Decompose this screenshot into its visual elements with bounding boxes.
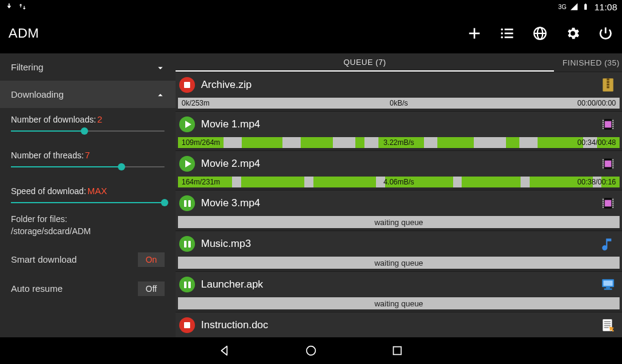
chevron-up-icon bbox=[155, 90, 165, 99]
tab-finished[interactable]: FINISHED (35) bbox=[554, 53, 622, 72]
waiting-queue-label: waiting queue bbox=[178, 216, 620, 228]
svg-rect-60 bbox=[603, 281, 612, 286]
tab-queue[interactable]: QUEUE (7) bbox=[176, 53, 554, 72]
svg-point-56 bbox=[612, 203, 613, 204]
pause-button[interactable] bbox=[179, 236, 195, 252]
svg-rect-3 bbox=[505, 29, 513, 30]
list-view-button[interactable] bbox=[499, 25, 515, 41]
svg-rect-34 bbox=[605, 161, 612, 167]
svg-point-30 bbox=[612, 128, 613, 129]
download-row: Movie 2.mp4 164m/231m 4.06mB/s 00:38/00:… bbox=[176, 150, 622, 187]
download-row-head[interactable]: Instruction.doc bbox=[176, 312, 622, 337]
add-download-button[interactable] bbox=[466, 25, 482, 41]
svg-rect-61 bbox=[606, 287, 610, 288]
svg-point-38 bbox=[603, 165, 604, 166]
file-name: Music.mp3 bbox=[201, 238, 594, 250]
svg-rect-15 bbox=[607, 84, 609, 86]
svg-point-2 bbox=[501, 29, 503, 30]
svg-point-49 bbox=[603, 199, 604, 200]
file-name: Archive.zip bbox=[201, 79, 594, 91]
power-icon[interactable] bbox=[598, 25, 613, 41]
svg-point-41 bbox=[612, 161, 613, 163]
download-row: Movie 3.mp4 waiting queue bbox=[176, 190, 622, 228]
waiting-queue-label: waiting queue bbox=[178, 297, 620, 309]
sidebar-filtering[interactable]: Filtering bbox=[0, 53, 176, 81]
audio-filetype-icon bbox=[600, 236, 616, 252]
svg-rect-5 bbox=[505, 33, 513, 35]
stop-button[interactable] bbox=[179, 77, 195, 93]
download-row-head[interactable]: Music.mp3 bbox=[176, 231, 622, 257]
time-label: 00:34/00:48 bbox=[578, 138, 616, 147]
svg-point-58 bbox=[612, 207, 613, 208]
file-name: Instruction.doc bbox=[201, 319, 594, 331]
speed-label: 4.06mB/s bbox=[178, 178, 620, 186]
nav-recent-button[interactable] bbox=[391, 344, 404, 357]
svg-point-51 bbox=[603, 203, 604, 204]
download-row: Instruction.doc bbox=[176, 312, 622, 337]
download-row: Movie 1.mp4 109m/264m 3.22mB/s 00:34/00:… bbox=[176, 111, 622, 148]
download-row-head[interactable]: Movie 2.mp4 bbox=[176, 151, 622, 177]
svg-point-25 bbox=[603, 128, 604, 129]
num-threads-slider[interactable] bbox=[11, 166, 165, 167]
speed-slider[interactable] bbox=[11, 202, 165, 203]
download-row-head[interactable]: Movie 3.mp4 bbox=[176, 190, 622, 216]
smart-download-row: Smart download On bbox=[0, 245, 176, 274]
download-row-head[interactable]: Launcher.apk bbox=[176, 272, 622, 297]
clock: 11:08 bbox=[594, 2, 617, 12]
play-button[interactable] bbox=[179, 156, 195, 172]
svg-rect-62 bbox=[604, 289, 612, 290]
file-name: Movie 2.mp4 bbox=[201, 158, 594, 170]
smart-download-toggle[interactable]: On bbox=[138, 252, 165, 267]
nav-back-button[interactable] bbox=[218, 344, 231, 357]
svg-point-28 bbox=[612, 124, 613, 125]
svg-rect-14 bbox=[607, 81, 609, 83]
sidebar-downloading[interactable]: Downloading bbox=[0, 81, 176, 108]
progress-bar: 0k/253m 0kB/s 00:00/00:00 bbox=[178, 98, 620, 109]
time-label: 00:00/00:00 bbox=[578, 99, 616, 107]
settings-icon[interactable] bbox=[565, 25, 581, 41]
num-downloads-slider[interactable] bbox=[11, 130, 165, 132]
download-row-head[interactable]: Movie 1.mp4 bbox=[176, 112, 622, 137]
download-row: Archive.zip 0k/253m 0kB/s 00:00/00:00 bbox=[176, 72, 622, 109]
stop-button[interactable] bbox=[179, 317, 195, 333]
signal-type: 3G bbox=[558, 4, 566, 10]
svg-point-21 bbox=[603, 120, 604, 121]
battery-icon bbox=[582, 2, 590, 11]
android-nav-bar bbox=[0, 337, 622, 364]
svg-point-42 bbox=[612, 163, 613, 164]
auto-resume-row: Auto resume Off bbox=[0, 274, 176, 303]
waiting-queue-label: waiting queue bbox=[178, 257, 620, 269]
app-filetype-icon bbox=[600, 277, 616, 292]
num-threads-setting: Number of threads:7 bbox=[11, 144, 165, 170]
svg-point-36 bbox=[603, 161, 604, 163]
downloading-label: Downloading bbox=[11, 89, 64, 99]
svg-rect-69 bbox=[394, 347, 402, 355]
auto-resume-toggle[interactable]: Off bbox=[138, 281, 165, 296]
file-name: Launcher.apk bbox=[201, 278, 594, 291]
svg-point-44 bbox=[612, 167, 613, 169]
globe-icon[interactable] bbox=[532, 25, 548, 41]
progress-bar: 164m/231m 4.06mB/s 00:38/00:16 bbox=[178, 177, 620, 187]
tab-bar: QUEUE (7) FINISHED (35) bbox=[176, 53, 622, 72]
svg-point-22 bbox=[603, 122, 604, 123]
nav-home-button[interactable] bbox=[304, 344, 318, 357]
svg-point-40 bbox=[612, 160, 613, 161]
sidebar: Filtering Downloading Number of download… bbox=[0, 53, 176, 337]
archive-filetype-icon bbox=[600, 77, 616, 93]
download-row: Launcher.apk waiting queue bbox=[176, 271, 622, 309]
doc-filetype-icon bbox=[600, 317, 616, 333]
download-row-head[interactable]: Archive.zip bbox=[176, 72, 622, 98]
pause-button[interactable] bbox=[179, 195, 195, 211]
svg-point-55 bbox=[612, 201, 613, 202]
play-button[interactable] bbox=[179, 116, 195, 132]
svg-point-52 bbox=[603, 204, 604, 206]
app-title: ADM bbox=[9, 25, 39, 41]
svg-rect-65 bbox=[604, 323, 611, 325]
download-row: Music.mp3 waiting queue bbox=[176, 231, 622, 269]
pause-button[interactable] bbox=[179, 277, 195, 292]
svg-point-43 bbox=[612, 165, 613, 166]
video-filetype-icon bbox=[600, 195, 616, 211]
svg-rect-67 bbox=[604, 327, 609, 328]
download-indicator-icon bbox=[5, 2, 13, 11]
svg-point-26 bbox=[612, 120, 613, 121]
